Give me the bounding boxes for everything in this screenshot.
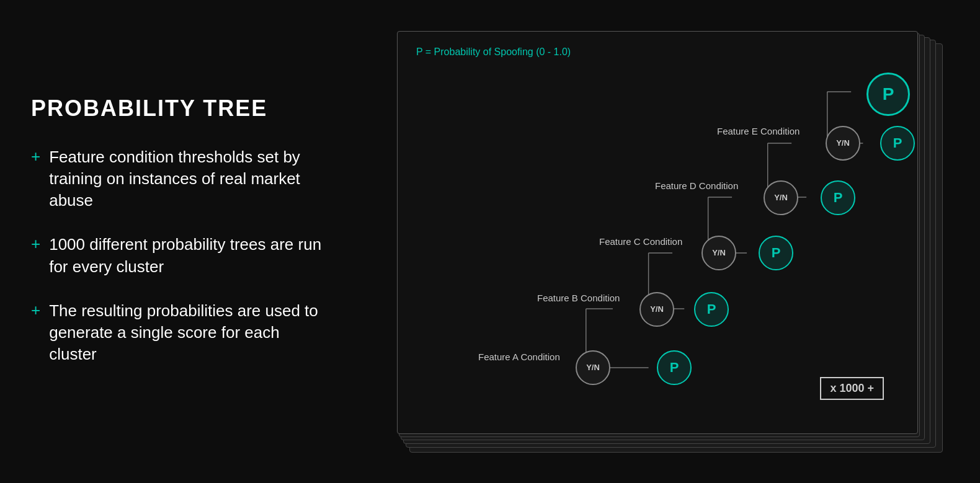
feature-label-c: Feature C Condition: [599, 236, 682, 247]
bullet-item-2: + 1000 different probability trees are r…: [31, 234, 329, 277]
card-stack: P = Probability of Spoofing (0 - 1.0): [397, 31, 930, 453]
feature-label-b: Feature B Condition: [537, 293, 620, 303]
node-yn-c: Y/N: [702, 236, 736, 270]
bullet-item-3: + The resulting probabilities are used t…: [31, 300, 329, 365]
node-yn-d-label: Y/N: [774, 193, 788, 202]
node-yn-a-label: Y/N: [586, 363, 600, 372]
node-p-b-label: P: [707, 301, 716, 317]
node-p-b: P: [694, 292, 729, 327]
bullet-plus-1: +: [31, 146, 40, 167]
feature-label-d: Feature D Condition: [655, 180, 738, 191]
bullet-item-1: + Feature condition thresholds set by tr…: [31, 146, 329, 211]
node-p-c: P: [759, 236, 793, 270]
node-yn-e-label: Y/N: [836, 138, 850, 148]
bullet-text-3: The resulting probabilities are used to …: [49, 300, 329, 365]
node-yn-b: Y/N: [639, 292, 674, 327]
left-panel: PROBABILITY TREE + Feature condition thr…: [0, 71, 360, 412]
node-p-top-label: P: [883, 84, 894, 104]
node-yn-c-label: Y/N: [712, 248, 726, 257]
node-p-top: P: [866, 73, 910, 116]
bullet-plus-2: +: [31, 234, 40, 255]
bullet-text-2: 1000 different probability trees are run…: [49, 234, 329, 277]
node-p-d-label: P: [834, 190, 843, 206]
node-p-e: P: [880, 126, 915, 161]
card-label: P = Probability of Spoofing (0 - 1.0): [416, 47, 899, 58]
feature-label-e: Feature E Condition: [717, 126, 800, 136]
node-yn-e: Y/N: [826, 126, 860, 161]
node-yn-a: Y/N: [576, 350, 610, 385]
right-panel: P = Probability of Spoofing (0 - 1.0): [360, 0, 980, 483]
bullet-text-1: Feature condition thresholds set by trai…: [49, 146, 329, 211]
card-main: P = Probability of Spoofing (0 - 1.0): [397, 31, 918, 434]
node-p-e-label: P: [893, 135, 902, 151]
page-title: PROBABILITY TREE: [31, 95, 329, 122]
node-yn-d: Y/N: [764, 180, 798, 215]
bullet-plus-3: +: [31, 300, 40, 321]
tree-area: Feature A Condition Feature B Condition …: [416, 64, 899, 411]
feature-label-a: Feature A Condition: [478, 352, 560, 362]
node-p-a-label: P: [670, 360, 679, 376]
multiplier-badge: x 1000 +: [820, 377, 884, 400]
node-p-d: P: [821, 180, 855, 215]
node-p-c-label: P: [772, 245, 781, 261]
node-yn-b-label: Y/N: [650, 304, 664, 314]
node-p-a: P: [657, 350, 692, 385]
